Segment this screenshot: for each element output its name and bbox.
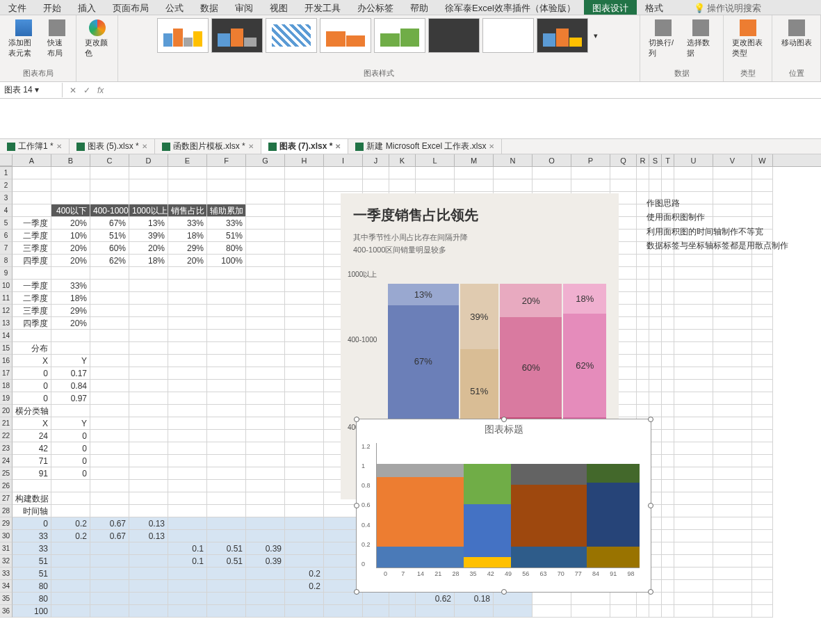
cell[interactable]: 51% (207, 230, 246, 242)
cell[interactable] (285, 555, 324, 567)
cell[interactable] (674, 380, 713, 392)
cell[interactable] (51, 480, 90, 492)
cell[interactable] (285, 179, 324, 192)
cell[interactable] (752, 567, 773, 580)
cell[interactable]: 0.2 (285, 580, 324, 593)
cell[interactable] (752, 580, 773, 593)
chart-style-8[interactable] (537, 18, 588, 53)
cell[interactable] (129, 167, 168, 179)
cell[interactable]: 0.67 (90, 530, 129, 542)
cell[interactable] (90, 267, 129, 280)
close-icon[interactable]: ✕ (335, 143, 341, 150)
cell[interactable] (129, 467, 168, 480)
chart-style-5[interactable] (374, 18, 425, 53)
cell[interactable] (13, 330, 51, 342)
cell[interactable] (674, 480, 713, 492)
row-header[interactable]: 29 (0, 517, 13, 530)
cell[interactable] (571, 605, 610, 618)
cell[interactable] (674, 355, 713, 367)
row-header[interactable]: 11 (0, 292, 13, 305)
cell[interactable]: 1000以上 (129, 204, 168, 217)
cell[interactable] (674, 280, 713, 292)
tell-me[interactable]: 💡 操作说明搜索 (685, 0, 770, 15)
menu-chart-design[interactable]: 图表设计 (584, 0, 637, 15)
col-header[interactable]: J (363, 154, 389, 166)
cell[interactable] (363, 593, 389, 605)
cell[interactable] (129, 480, 168, 492)
cell[interactable]: 100% (207, 255, 246, 267)
cell[interactable]: 0 (51, 455, 90, 467)
cell[interactable] (662, 267, 674, 280)
cell[interactable] (51, 167, 90, 179)
cell[interactable] (129, 392, 168, 405)
cell[interactable] (246, 442, 285, 455)
cell[interactable] (90, 305, 129, 317)
cell[interactable] (674, 455, 713, 467)
cell[interactable] (246, 430, 285, 442)
row-header[interactable]: 17 (0, 367, 13, 380)
cell[interactable] (129, 380, 168, 392)
cell[interactable] (662, 555, 674, 567)
cell[interactable]: 60% (90, 242, 129, 255)
workbook-tab[interactable]: 图表 (5).xlsx *✕ (70, 139, 155, 154)
cell[interactable]: 0.2 (51, 530, 90, 542)
cell[interactable] (752, 430, 773, 442)
cell[interactable]: 0.17 (51, 367, 90, 380)
cell[interactable] (129, 367, 168, 380)
col-header[interactable]: G (246, 154, 285, 166)
cell[interactable]: Y (51, 417, 90, 430)
cell[interactable]: 时间轴 (13, 505, 51, 517)
cell[interactable] (51, 405, 90, 417)
cell[interactable] (416, 179, 455, 192)
cell[interactable]: 0 (13, 380, 51, 392)
cell[interactable] (662, 342, 674, 355)
cell[interactable] (285, 380, 324, 392)
cell[interactable] (637, 355, 649, 367)
cell[interactable] (752, 480, 773, 492)
cell[interactable]: 三季度 (13, 305, 51, 317)
cell[interactable] (637, 380, 649, 392)
cell[interactable] (129, 430, 168, 442)
cell[interactable]: 四季度 (13, 255, 51, 267)
cell[interactable] (207, 330, 246, 342)
cell[interactable] (246, 330, 285, 342)
cell[interactable] (752, 367, 773, 380)
cell[interactable] (713, 179, 752, 192)
cell[interactable] (246, 179, 285, 192)
cell[interactable]: 33% (51, 280, 90, 292)
cell[interactable] (674, 255, 713, 267)
row-header[interactable]: 31 (0, 542, 13, 555)
cell[interactable] (168, 455, 207, 467)
cell[interactable] (285, 267, 324, 280)
cell[interactable] (90, 280, 129, 292)
cell[interactable] (713, 342, 752, 355)
cell[interactable] (51, 342, 90, 355)
menu-view[interactable]: 视图 (261, 0, 296, 15)
cell[interactable] (662, 530, 674, 542)
cell[interactable] (752, 492, 773, 505)
cell[interactable] (571, 167, 610, 179)
chart-style-4[interactable] (320, 18, 371, 53)
cell[interactable] (246, 392, 285, 405)
cell[interactable] (649, 342, 662, 355)
cell[interactable] (389, 593, 416, 605)
cell[interactable] (713, 355, 752, 367)
cell[interactable] (662, 430, 674, 442)
cell[interactable] (637, 267, 649, 280)
cell[interactable] (713, 317, 752, 330)
cell[interactable] (324, 605, 363, 618)
cell[interactable] (285, 317, 324, 330)
cell[interactable] (168, 593, 207, 605)
row-header[interactable]: 32 (0, 555, 13, 567)
cell[interactable] (285, 467, 324, 480)
cell[interactable] (90, 330, 129, 342)
cell[interactable] (51, 580, 90, 593)
cell[interactable] (285, 242, 324, 255)
cell[interactable] (285, 442, 324, 455)
row-header[interactable]: 26 (0, 480, 13, 492)
cell[interactable] (129, 280, 168, 292)
cell[interactable] (246, 367, 285, 380)
row-header[interactable]: 36 (0, 605, 13, 618)
row-header[interactable]: 14 (0, 330, 13, 342)
cell[interactable] (207, 192, 246, 204)
